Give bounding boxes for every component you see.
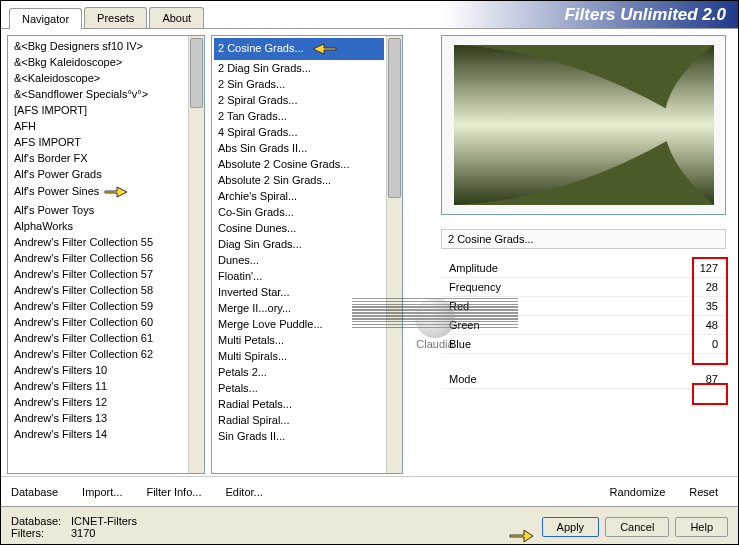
filter-item[interactable]: Diag Sin Grads... [214,236,384,252]
param-label: Amplitude [449,262,498,274]
import-button[interactable]: Import... [82,486,122,498]
db-info: Database:ICNET-Filters Filters:3170 [11,515,137,539]
filter-item[interactable]: Abs Sin Grads II... [214,140,384,156]
filter-item[interactable]: 2 Tan Grads... [214,108,384,124]
database-button[interactable]: Database [11,486,58,498]
filters-count-label: Filters: [11,527,71,539]
app-title: Filters Unlimited 2.0 [564,5,726,25]
editor-button[interactable]: Editor... [225,486,262,498]
main-panel: &<Bkg Designers sf10 IV>&<Bkg Kaleidosco… [1,29,738,474]
param-row[interactable]: Frequency28 [441,278,726,297]
category-list: &<Bkg Designers sf10 IV>&<Bkg Kaleidosco… [7,35,205,474]
filter-item[interactable]: 2 Diag Sin Grads... [214,60,384,76]
param-row-mode[interactable]: Mode 87 [441,370,726,389]
filter-info-button[interactable]: Filter Info... [146,486,201,498]
param-value: 28 [706,281,718,293]
param-label: Red [449,300,469,312]
action-row: Database Import... Filter Info... Editor… [1,476,738,506]
filter-item[interactable]: Petals 2... [214,364,384,380]
scrollbar[interactable] [386,36,402,473]
category-item[interactable]: Andrew's Filter Collection 59 [10,298,186,314]
category-item[interactable]: Andrew's Filter Collection 57 [10,266,186,282]
filter-item[interactable]: Inverted Star... [214,284,384,300]
help-button[interactable]: Help [675,517,728,537]
param-value: 87 [706,373,718,385]
filter-item[interactable]: Archie's Spiral... [214,188,384,204]
param-value: 35 [706,300,718,312]
category-item[interactable]: &<Bkg Designers sf10 IV> [10,38,186,54]
category-item[interactable]: [AFS IMPORT] [10,102,186,118]
tab-presets[interactable]: Presets [84,7,147,28]
filter-item[interactable]: Merge II...ory... [214,300,384,316]
param-value: 0 [712,338,718,350]
filter-item[interactable]: 4 Spiral Grads... [214,124,384,140]
footer: Database:ICNET-Filters Filters:3170 Appl… [1,506,738,545]
filter-item[interactable]: Multi Petals... [214,332,384,348]
apply-button[interactable]: Apply [542,517,600,537]
category-item[interactable]: Andrew's Filter Collection 58 [10,282,186,298]
category-item[interactable]: Andrew's Filters 14 [10,426,186,442]
category-item[interactable]: AFS IMPORT [10,134,186,150]
filter-item[interactable]: Merge Love Puddle... [214,316,384,332]
filter-item[interactable]: Multi Spirals... [214,348,384,364]
param-label: Green [449,319,480,331]
category-item[interactable]: Andrew's Filter Collection 60 [10,314,186,330]
category-item[interactable]: Alf's Power Grads [10,166,186,182]
param-row[interactable]: Amplitude127 [441,259,726,278]
category-item[interactable]: AlphaWorks [10,218,186,234]
reset-button[interactable]: Reset [689,486,718,498]
category-item[interactable]: Alf's Power Sines [10,182,186,202]
filter-item[interactable]: 2 Cosine Grads... [214,38,384,60]
filter-list-items[interactable]: 2 Cosine Grads...2 Diag Sin Grads...2 Si… [212,36,386,473]
filter-item[interactable]: Dunes... [214,252,384,268]
filter-item[interactable]: Absolute 2 Cosine Grads... [214,156,384,172]
cancel-button[interactable]: Cancel [605,517,669,537]
category-item[interactable]: Alf's Border FX [10,150,186,166]
category-item[interactable]: Andrew's Filter Collection 55 [10,234,186,250]
category-item[interactable]: Alf's Power Toys [10,202,186,218]
pointer-icon [304,42,340,54]
category-item[interactable]: Andrew's Filter Collection 56 [10,250,186,266]
filter-list: 2 Cosine Grads...2 Diag Sin Grads...2 Si… [211,35,403,474]
filter-item[interactable]: Cosine Dunes... [214,220,384,236]
scroll-thumb[interactable] [190,38,203,108]
filter-item[interactable]: Sin Grads II... [214,428,384,444]
category-item[interactable]: Andrew's Filters 11 [10,378,186,394]
category-item[interactable]: Andrew's Filters 13 [10,410,186,426]
filter-item[interactable]: Radial Spiral... [214,412,384,428]
category-list-items[interactable]: &<Bkg Designers sf10 IV>&<Bkg Kaleidosco… [8,36,188,473]
scroll-thumb[interactable] [388,38,401,198]
category-item[interactable]: Andrew's Filters 10 [10,362,186,378]
filter-item[interactable]: 2 Sin Grads... [214,76,384,92]
right-panel: 2 Cosine Grads... Amplitude127Frequency2… [411,35,732,474]
filter-item[interactable]: Floatin'... [214,268,384,284]
filter-name: 2 Cosine Grads... [441,229,726,249]
tab-about[interactable]: About [149,7,204,28]
param-row[interactable]: Blue0 [441,335,726,354]
param-value: 48 [706,319,718,331]
filter-item[interactable]: 2 Spiral Grads... [214,92,384,108]
filter-item[interactable]: Absolute 2 Sin Grads... [214,172,384,188]
category-item[interactable]: AFH [10,118,186,134]
category-item[interactable]: Andrew's Filters 12 [10,394,186,410]
scrollbar[interactable] [188,36,204,473]
category-item[interactable]: &<Bkg Kaleidoscope> [10,54,186,70]
filter-item[interactable]: Co-Sin Grads... [214,204,384,220]
param-label: Mode [449,373,477,385]
pointer-icon [99,185,129,197]
filter-item[interactable]: Petals... [214,380,384,396]
category-item[interactable]: &<Sandflower Specials°v°> [10,86,186,102]
tab-navigator[interactable]: Navigator [9,8,82,29]
randomize-button[interactable]: Randomize [610,486,666,498]
param-row[interactable]: Red35 [441,297,726,316]
category-item[interactable]: &<Kaleidoscope> [10,70,186,86]
param-label: Blue [449,338,471,350]
category-item[interactable]: Andrew's Filter Collection 62 [10,346,186,362]
filter-item[interactable]: Radial Petals... [214,396,384,412]
db-value: ICNET-Filters [71,515,137,527]
param-row[interactable]: Green48 [441,316,726,335]
filters-count-value: 3170 [71,527,95,539]
preview-image [454,45,714,205]
preview-pane [441,35,726,215]
category-item[interactable]: Andrew's Filter Collection 61 [10,330,186,346]
